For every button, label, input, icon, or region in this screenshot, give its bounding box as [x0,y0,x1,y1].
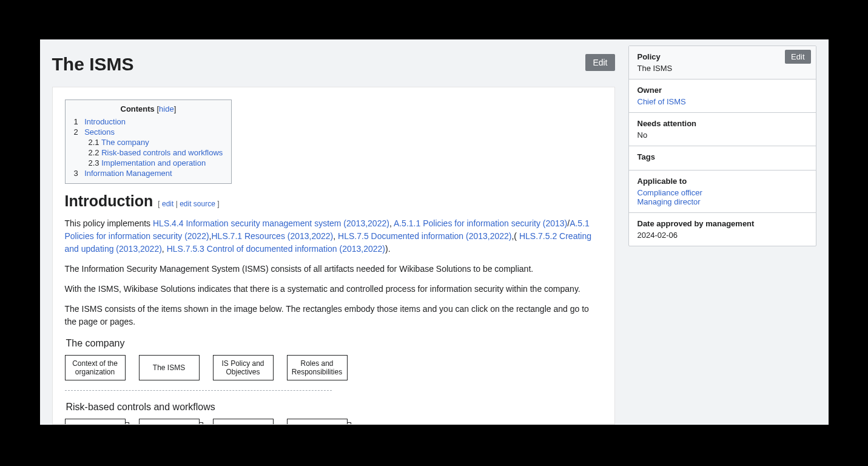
toc-item[interactable]: 1 Introduction [74,117,223,126]
info-label: Needs attention [638,119,807,128]
info-card: Edit Policy The ISMS Owner Chief of ISMS… [628,46,816,246]
app-viewport: The ISMS Edit Contents [hide] 1 Introduc… [40,39,829,425]
info-section-policy: Edit Policy The ISMS [629,46,816,79]
diagram-box[interactable]: The ISMS [139,355,200,380]
edit-source-link[interactable]: edit source [180,200,215,208]
owner-link[interactable]: Chief of ISMS [638,97,807,106]
diagram-stack[interactable]: Workflows [287,419,348,425]
edit-button[interactable]: Edit [585,54,614,71]
applicable-link[interactable]: Compliance officer [638,188,807,197]
intro-paragraph-4: The ISMS consists of the items shown in … [65,303,602,328]
info-section-applicable: Applicable to Compliance officer Managin… [629,171,816,213]
diagram-box[interactable]: Roles and Responsibilities [287,355,348,380]
info-label: Owner [638,86,807,95]
toc-hide-toggle[interactable]: hide [159,104,174,113]
diagram-box[interactable]: Statement of Applicability [213,419,274,425]
info-value: No [638,130,807,140]
info-value: 2024-02-06 [638,231,807,240]
policy-link[interactable]: HLS.7.1 Resources (2013,2022) [212,231,334,241]
policy-link[interactable]: HLS.7.5 Documented information (2013,202… [338,231,511,241]
toc-item[interactable]: 3 Information Management [74,169,223,178]
isms-diagram: The company Context of the organization … [65,338,602,425]
intro-paragraph-1: This policy implements HLS.4.4 Informati… [65,217,602,255]
intro-paragraph-2: The Information Security Management Syst… [65,263,602,275]
info-section-owner: Owner Chief of ISMS [629,79,816,113]
main-column: The ISMS Edit Contents [hide] 1 Introduc… [52,46,615,425]
toc-sublist: 2.1 The company 2.2 Risk-based controls … [74,138,223,167]
info-section-needs-attention: Needs attention No [629,113,816,146]
info-value: The ISMS [638,64,807,73]
sidebar: Edit Policy The ISMS Owner Chief of ISMS… [628,46,816,425]
toc-list: 1 Introduction 2 Sections 2.1 The compan… [74,117,223,178]
info-section-tags: Tags [629,146,816,171]
policy-link[interactable]: HLS.4.4 Information security management … [153,218,389,228]
policy-link[interactable]: A.5.1.1 Policies for information securit… [394,218,567,228]
diagram-row: Context of the organization The ISMS IS … [65,355,602,380]
page-title: The ISMS [52,54,134,75]
diagram-box[interactable]: Context of the organization [65,355,126,380]
info-label: Applicable to [638,177,807,186]
section-edit-links: [ edit | edit source ] [158,200,219,208]
title-row: The ISMS Edit [52,46,615,87]
diagram-box: Workflows [287,419,348,425]
toc-header: Contents [hide] [74,104,223,113]
diagram-box: Risks [65,419,126,425]
info-label: Policy [638,52,807,61]
toc-title: Contents [121,104,155,113]
policy-link[interactable]: HLS.7.5.3 Control of documented informat… [167,244,385,254]
diagram-stack[interactable]: Risks [65,419,126,425]
content-panel: Contents [hide] 1 Introduction 2 Section… [52,87,615,425]
diagram-box: Controls [139,419,200,425]
toc-item[interactable]: 2 Sections 2.1 The company 2.2 Risk-base… [74,127,223,167]
table-of-contents: Contents [hide] 1 Introduction 2 Section… [65,100,232,184]
info-label: Date approved by management [638,219,807,228]
applicable-link[interactable]: Managing director [638,197,807,206]
diagram-box[interactable]: IS Policy and Objectives [213,355,274,380]
toc-subitem[interactable]: 2.1 The company [89,138,223,147]
sidebar-edit-button[interactable]: Edit [785,50,810,64]
diagram-group-title: Risk-based controls and workflows [66,402,602,413]
info-section-approved: Date approved by management 2024-02-06 [629,213,816,246]
diagram-row: Risks Controls Statement of Applicabilit… [65,419,602,425]
diagram-divider [65,390,332,391]
diagram-stack[interactable]: Controls [139,419,200,425]
toc-subitem[interactable]: 2.2 Risk-based controls and workflows [89,148,223,157]
intro-paragraph-3: With the ISMS, Wikibase Solutions indica… [65,283,602,295]
info-label: Tags [638,152,807,161]
edit-link[interactable]: edit [162,200,173,208]
toc-subitem[interactable]: 2.3 Implementation and operation [89,158,223,167]
section-heading-introduction: Introduction [ edit | edit source ] [65,192,602,210]
diagram-group-title: The company [66,338,602,349]
